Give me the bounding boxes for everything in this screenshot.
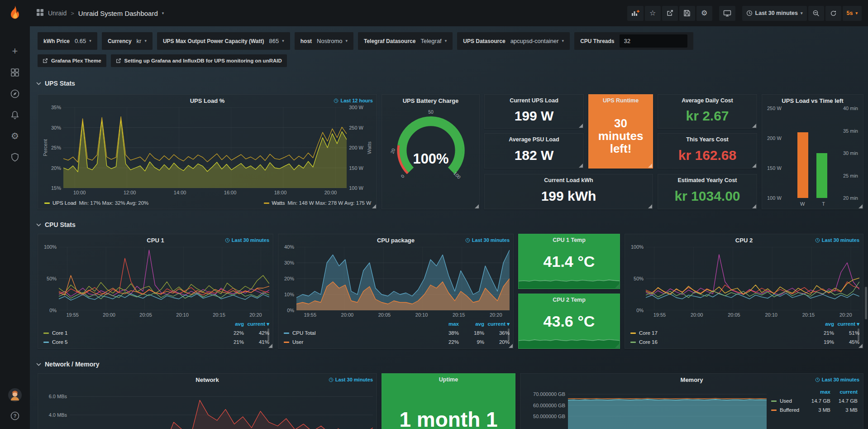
series-name[interactable]: CPU Total: [292, 330, 316, 336]
panel-title[interactable]: CPU 2 Temp: [553, 297, 586, 303]
panel-resize-handle[interactable]: [509, 344, 513, 348]
series-name[interactable]: UPS Load: [52, 200, 76, 206]
zoom-out-button[interactable]: [808, 6, 824, 21]
breadcrumb-separator: >: [71, 10, 74, 17]
page-scrollbar-thumb[interactable]: [865, 287, 867, 319]
series-name[interactable]: Core 16: [639, 339, 658, 345]
help-icon[interactable]: ?: [10, 411, 20, 421]
panel-resize-handle[interactable]: [752, 124, 756, 128]
explore-compass-icon[interactable]: [10, 89, 20, 99]
time-range-button[interactable]: Last 30 minutes ▾: [742, 6, 807, 21]
user-avatar[interactable]: [8, 388, 22, 402]
legend-col-header[interactable]: avg: [459, 321, 484, 327]
panel-title[interactable]: Estimated Yearly Cost: [677, 177, 737, 183]
panel-title[interactable]: Network: [38, 376, 377, 383]
legend-col-header[interactable]: current: [830, 389, 858, 395]
legend-col-header[interactable]: avg: [809, 321, 834, 327]
series-name[interactable]: Buffered: [780, 407, 799, 413]
panel-resize-handle[interactable]: [752, 164, 756, 168]
variable-value-dropdown[interactable]: Telegraf▾: [420, 38, 447, 44]
series-name[interactable]: Core 1: [52, 330, 68, 336]
panel-title[interactable]: Current UPS Load: [510, 97, 558, 104]
chevron-down-icon[interactable]: ▾: [162, 11, 164, 15]
panel-title[interactable]: Average Daily Cost: [682, 97, 733, 104]
cycle-view-mode-button[interactable]: [719, 6, 735, 21]
panel-title[interactable]: UPS Battery Charge: [382, 97, 479, 104]
dashboard-link-ups-guide[interactable]: Setting up Grafana and InfluxDB for UPS …: [111, 54, 287, 67]
panel-resize-handle[interactable]: [579, 164, 583, 168]
ups-load-chart[interactable]: [63, 107, 347, 188]
legend-col-header[interactable]: current ▾: [484, 321, 510, 327]
network-chart[interactable]: [70, 386, 373, 429]
panel-resize-handle[interactable]: [858, 344, 863, 348]
memory-chart[interactable]: [568, 386, 767, 429]
panel-resize-handle[interactable]: [268, 344, 272, 348]
panel-resize-handle[interactable]: [475, 204, 479, 208]
legend-col-header[interactable]: max: [803, 389, 830, 395]
legend-col-header[interactable]: current ▾: [244, 321, 269, 327]
panel-resize-handle[interactable]: [372, 204, 376, 208]
variable-value-dropdown[interactable]: Nostromo▾: [317, 38, 348, 44]
alerting-bell-icon[interactable]: [10, 110, 20, 120]
row-ups-stats[interactable]: UPS Stats: [36, 78, 75, 89]
chevron-down-icon: [36, 363, 41, 366]
share-button[interactable]: [662, 6, 678, 21]
refresh-button[interactable]: [825, 6, 841, 21]
legend-scrollbar[interactable]: [267, 328, 269, 341]
panel-this-years-cost: This Years Cost kr 162.68: [658, 133, 757, 169]
panel-cpu-1: CPU 1 Last 30 minutes 100%50%0% 19:5520:…: [38, 234, 273, 349]
panel-title[interactable]: UPS Load vs Time left: [762, 97, 863, 104]
refresh-interval-button[interactable]: 5s ▾: [843, 6, 862, 21]
series-name[interactable]: User: [292, 339, 303, 345]
panel-time-override: Last 30 minutes: [465, 237, 510, 243]
panel-title[interactable]: Average PSU Load: [509, 136, 559, 143]
legend-col-header[interactable]: avg: [219, 321, 244, 327]
panel-resize-handle[interactable]: [752, 204, 756, 208]
legend-scrollbar[interactable]: [508, 328, 510, 341]
configuration-gear-icon[interactable]: ⚙: [11, 131, 19, 141]
panel-title[interactable]: This Years Cost: [686, 136, 729, 143]
panel-title[interactable]: UPS Runtime: [603, 97, 639, 104]
server-admin-shield-icon[interactable]: [10, 152, 20, 162]
panel-title[interactable]: Current Load kWh: [544, 177, 593, 183]
settings-gear-button[interactable]: ⚙: [696, 6, 712, 21]
panel-resize-handle[interactable]: [648, 204, 652, 208]
row-cpu-stats[interactable]: CPU Stats: [36, 219, 76, 230]
star-button[interactable]: ☆: [645, 6, 661, 21]
variable-value-dropdown[interactable]: kr▾: [137, 38, 147, 44]
legend-col-header[interactable]: current ▾: [834, 321, 859, 327]
cpu-package-chart[interactable]: [296, 247, 510, 310]
breadcrumb-folder[interactable]: Unraid: [48, 10, 67, 17]
page-title[interactable]: Unraid System Dashboard: [78, 10, 158, 17]
add-panel-button[interactable]: [627, 6, 644, 21]
dashboards-icon[interactable]: [10, 67, 20, 77]
panel-title[interactable]: Memory: [520, 376, 863, 383]
grafana-logo[interactable]: [7, 5, 23, 23]
panel-title[interactable]: Uptime: [439, 376, 458, 383]
apps-grid-icon[interactable]: [36, 9, 44, 18]
variable-value-dropdown[interactable]: 0.65▾: [75, 38, 91, 44]
variable-value-dropdown[interactable]: 865▾: [269, 38, 284, 44]
legend-col-header[interactable]: max: [434, 321, 459, 327]
series-name[interactable]: Core 5: [52, 339, 68, 345]
legend-scrollbar[interactable]: [858, 328, 859, 341]
variable-value-dropdown[interactable]: apcupsd-container▾: [510, 38, 564, 44]
variable-input[interactable]: [620, 34, 687, 48]
ups-bar-gauge[interactable]: [784, 108, 841, 198]
cpu1-chart[interactable]: [59, 247, 269, 310]
row-network-memory[interactable]: Network / Memory: [36, 359, 100, 370]
legend-value: 38%: [434, 330, 459, 336]
panel-title[interactable]: CPU 1 Temp: [553, 237, 586, 243]
dashboard-link-plex-theme[interactable]: Grafana Plex Theme: [38, 54, 106, 67]
cpu2-chart[interactable]: [646, 247, 859, 310]
legend: max current Used 14.7 GB 14.7 GB Buffere…: [767, 386, 859, 429]
series-name[interactable]: Core 17: [639, 330, 658, 336]
panel-title[interactable]: UPS Load %: [38, 97, 377, 104]
add-icon[interactable]: +: [12, 46, 18, 56]
panel-resize-handle[interactable]: [858, 204, 863, 208]
series-name[interactable]: Watts: [272, 200, 285, 206]
series-name[interactable]: Used: [780, 398, 792, 404]
panel-time-override: Last 30 minutes: [225, 237, 269, 243]
save-button[interactable]: [679, 6, 695, 21]
panel-resize-handle[interactable]: [579, 124, 583, 128]
